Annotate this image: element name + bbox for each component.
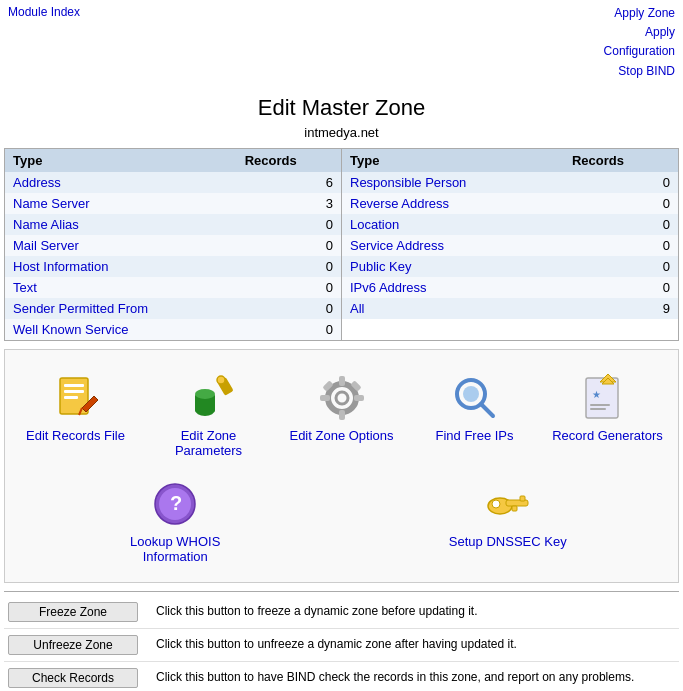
right-type-cell[interactable]: Responsible Person [342,172,564,193]
left-type-cell[interactable]: Host Information [5,256,237,277]
freeze-zone-button[interactable]: Freeze Zone [8,602,138,622]
action-lookup-whois[interactable]: ?Lookup WHOIS Information [110,466,240,572]
left-records-cell: 0 [237,277,341,298]
right-records-cell: 0 [564,193,678,214]
left-type-cell[interactable]: Address [5,172,237,193]
action-edit-zone-parameters[interactable]: Edit Zone Parameters [144,360,274,466]
svg-point-32 [492,500,500,508]
left-type-cell[interactable]: Name Server [5,193,237,214]
right-table-row[interactable]: All9 [342,298,678,319]
svg-rect-15 [320,395,330,401]
edit-zone-options-label[interactable]: Edit Zone Options [289,428,393,443]
find-free-ips-icon [445,368,505,428]
edit-records-file-label[interactable]: Edit Records File [26,428,125,443]
check-records-description: Click this button to have BIND check the… [156,668,675,686]
right-type-cell[interactable]: Location [342,214,564,235]
apply-zone-link[interactable]: Apply Zone [604,4,675,23]
svg-rect-1 [64,384,84,387]
action-edit-zone-options[interactable]: Edit Zone Options [277,360,407,451]
check-records-row: Check RecordsClick this button to have B… [4,662,679,691]
right-records-cell: 0 [564,277,678,298]
apply-link[interactable]: Apply [604,23,675,42]
action-record-generators[interactable]: ★Record Generators [543,360,673,451]
svg-rect-13 [339,376,345,386]
left-table-row[interactable]: Mail Server0 [5,235,341,256]
freeze-zone-button-col: Freeze Zone [8,602,156,622]
edit-zone-options-icon [312,368,372,428]
left-records-cell: 0 [237,298,341,319]
svg-point-10 [217,376,225,384]
svg-rect-2 [64,390,84,393]
top-nav: Module Index Apply Zone Apply Configurat… [0,0,683,85]
page-title: Edit Master Zone [0,85,683,125]
edit-zone-parameters-label[interactable]: Edit Zone Parameters [148,428,270,458]
left-records-cell: 3 [237,193,341,214]
left-type-cell[interactable]: Sender Permitted From [5,298,237,319]
zone-name: intmedya.net [0,125,683,148]
configuration-link[interactable]: Configuration [604,42,675,61]
right-records-cell: 0 [564,256,678,277]
right-records-cell: 9 [564,298,678,319]
lookup-whois-label[interactable]: Lookup WHOIS Information [114,534,236,564]
left-table-row[interactable]: Name Alias0 [5,214,341,235]
right-table-row[interactable]: Responsible Person0 [342,172,678,193]
action-edit-records-file[interactable]: Edit Records File [11,360,141,451]
lookup-whois-icon: ? [145,474,205,534]
action-setup-dnssec[interactable]: Setup DNSSEC Key [443,466,573,557]
left-table-row[interactable]: Name Server3 [5,193,341,214]
left-type-cell[interactable]: Mail Server [5,235,237,256]
action-find-free-ips[interactable]: Find Free IPs [410,360,540,451]
find-free-ips-label[interactable]: Find Free IPs [435,428,513,443]
right-col-records: Records [564,149,678,172]
unfreeze-zone-button[interactable]: Unfreeze Zone [8,635,138,655]
left-type-cell[interactable]: Text [5,277,237,298]
check-records-button[interactable]: Check Records [8,668,138,688]
stop-bind-link[interactable]: Stop BIND [604,62,675,81]
left-table-row[interactable]: Sender Permitted From0 [5,298,341,319]
edit-zone-parameters-icon [179,368,239,428]
right-table-row[interactable]: Public Key0 [342,256,678,277]
left-type-cell[interactable]: Well Known Service [5,319,237,340]
right-col-type: Type [342,149,564,172]
left-table: Type Records Address6Name Server3Name Al… [5,149,341,340]
svg-rect-35 [512,506,517,511]
svg-rect-26 [590,404,610,406]
left-table-row[interactable]: Address6 [5,172,341,193]
right-type-cell[interactable]: All [342,298,564,319]
svg-rect-3 [64,396,78,399]
left-table-row[interactable]: Well Known Service0 [5,319,341,340]
record-generators-label[interactable]: Record Generators [552,428,663,443]
svg-rect-16 [354,395,364,401]
right-type-cell[interactable]: Reverse Address [342,193,564,214]
right-type-cell[interactable]: IPv6 Address [342,277,564,298]
freeze-zone-row: Freeze ZoneClick this button to freeze a… [4,596,679,629]
svg-rect-34 [520,496,525,501]
right-records-cell: 0 [564,235,678,256]
left-col-type: Type [5,149,237,172]
left-records-cell: 0 [237,256,341,277]
svg-point-12 [336,392,348,404]
left-records-cell: 0 [237,319,341,340]
actions-grid: Edit Records FileEdit Zone ParametersEdi… [9,360,674,572]
right-type-cell[interactable]: Service Address [342,235,564,256]
unfreeze-zone-row: Unfreeze ZoneClick this button to unfree… [4,629,679,662]
svg-text:★: ★ [592,389,601,400]
records-wrapper: Type Records Address6Name Server3Name Al… [4,148,679,341]
left-type-cell[interactable]: Name Alias [5,214,237,235]
top-left-nav: Module Index [8,4,80,81]
buttons-section: Freeze ZoneClick this button to freeze a… [4,596,679,691]
right-table-row[interactable]: Reverse Address0 [342,193,678,214]
svg-point-20 [463,386,479,402]
edit-records-file-icon [46,368,106,428]
module-index-link[interactable]: Module Index [8,5,80,19]
left-table-row[interactable]: Text0 [5,277,341,298]
right-table-row[interactable]: Service Address0 [342,235,678,256]
left-table-row[interactable]: Host Information0 [5,256,341,277]
svg-point-11 [328,384,356,412]
right-table-row[interactable]: IPv6 Address0 [342,277,678,298]
top-right-nav: Apply Zone Apply Configuration Stop BIND [604,4,675,81]
right-table-row[interactable]: Location0 [342,214,678,235]
right-type-cell[interactable]: Public Key [342,256,564,277]
left-records-cell: 0 [237,214,341,235]
setup-dnssec-label[interactable]: Setup DNSSEC Key [449,534,567,549]
